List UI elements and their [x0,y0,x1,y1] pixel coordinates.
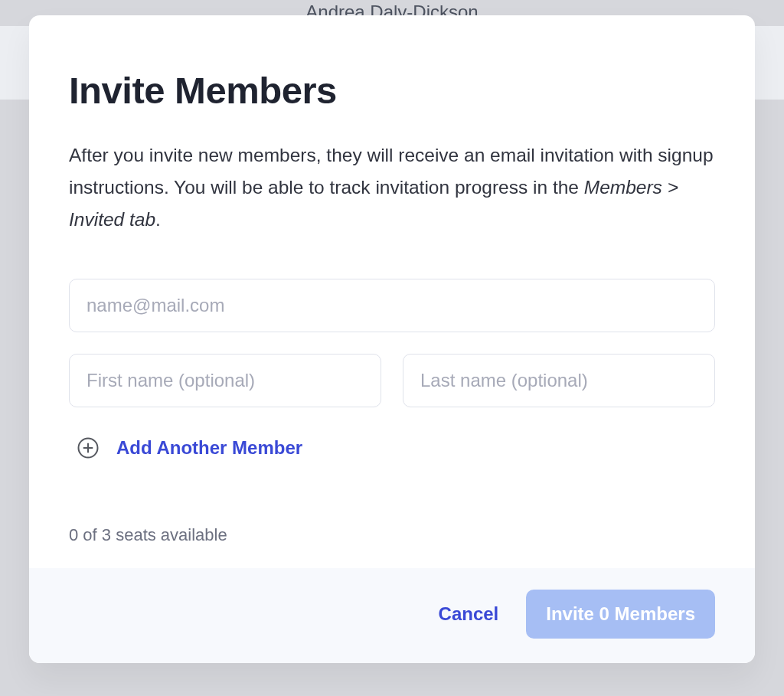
email-row [69,279,715,332]
modal-description-post: . [155,209,161,230]
modal-description: After you invite new members, they will … [69,139,715,236]
modal-title: Invite Members [69,69,715,112]
invite-members-modal: Invite Members After you invite new memb… [29,15,755,663]
email-field[interactable] [69,279,715,332]
last-name-field[interactable] [403,354,715,407]
modal-footer: Cancel Invite 0 Members [29,568,755,663]
add-another-member-button[interactable]: Add Another Member [77,436,715,459]
modal-body: Invite Members After you invite new memb… [29,15,755,568]
seats-available-text: 0 of 3 seats available [69,525,715,545]
first-name-field[interactable] [69,354,381,407]
invite-members-button[interactable]: Invite 0 Members [526,590,715,639]
name-row [69,354,715,407]
plus-circle-icon [77,436,100,459]
cancel-button[interactable]: Cancel [439,603,499,625]
add-another-member-label: Add Another Member [116,437,302,459]
